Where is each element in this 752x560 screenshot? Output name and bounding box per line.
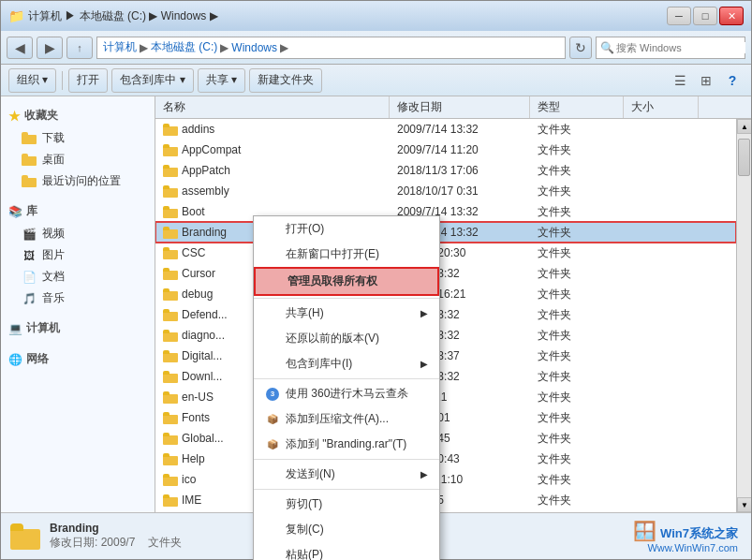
context-menu-include-library[interactable]: 包含到库中(I) ▶: [254, 351, 439, 376]
path-drive[interactable]: 本地磁盘 (C:): [151, 39, 217, 55]
context-add-rar-label: 添加到 "Branding.rar"(T): [286, 436, 406, 452]
context-send-to-label: 发送到(N): [286, 466, 335, 482]
file-type: 文件夹: [530, 163, 624, 179]
file-type: 文件夹: [530, 472, 624, 488]
column-date-header[interactable]: 修改日期: [390, 96, 530, 118]
maximize-button[interactable]: □: [693, 7, 717, 25]
context-menu-open-new-window[interactable]: 在新窗口中打开(E): [254, 242, 439, 267]
context-menu-paste[interactable]: 粘贴(P): [254, 542, 439, 560]
open-icon: [265, 222, 280, 237]
sidebar-item-documents[interactable]: 📄 文档: [1, 266, 155, 287]
table-row[interactable]: Digital... 9/7/14 13:37 文件夹: [155, 346, 736, 366]
context-menu-admin-rights[interactable]: 管理员取得所有权: [254, 267, 439, 296]
view-icon-button[interactable]: ⊞: [695, 69, 717, 92]
close-button[interactable]: ✕: [719, 7, 744, 25]
watermark: 🪟 Win7系统之家 Www.WinWin7.com: [633, 520, 742, 553]
sidebar-item-music[interactable]: 🎵 音乐: [1, 287, 155, 309]
context-menu-add-rar[interactable]: 📦 添加到 "Branding.rar"(T): [254, 432, 439, 457]
table-row[interactable]: en-US 9/6/1 4:11 文件夹: [155, 387, 736, 407]
context-menu-add-zip[interactable]: 📦 添加到压缩文件(A)...: [254, 406, 439, 432]
organize-button[interactable]: 组织 ▾: [8, 68, 56, 93]
scrollbar-thumb[interactable]: [738, 139, 750, 176]
refresh-button[interactable]: ↻: [569, 37, 592, 59]
column-size-header[interactable]: 大小: [624, 96, 699, 118]
sidebar-item-video[interactable]: 🎬 视频: [1, 223, 155, 244]
context-menu-copy[interactable]: 复制(C): [254, 517, 439, 542]
sidebar-network-header[interactable]: 🌐 网络: [1, 347, 155, 371]
table-row[interactable]: AppPatch 2018/11/3 17:06 文件夹: [155, 160, 736, 181]
file-type: 文件夹: [530, 410, 624, 426]
scrollbar[interactable]: ▲ ▼: [736, 119, 751, 512]
table-row[interactable]: Cursor 9/7/14 13:32 文件夹: [155, 263, 736, 284]
context-menu-360scan[interactable]: 3 使用 360进行木马云查杀: [254, 381, 439, 406]
table-row[interactable]: debug 8/10/16 16:21 文件夹: [155, 284, 736, 304]
sidebar-favorites-header[interactable]: ★ 收藏夹: [1, 104, 155, 127]
include-library-button[interactable]: 包含到库中 ▾: [111, 68, 193, 93]
sidebar-computer-label: 计算机: [26, 320, 60, 336]
context-menu-restore-prev[interactable]: 还原以前的版本(V): [254, 326, 439, 351]
new-folder-button[interactable]: 新建文件夹: [249, 68, 322, 93]
status-date: 修改日期: 2009/7 文件夹: [50, 535, 182, 551]
table-row-branding[interactable]: Branding 2009/7/14 13:32 文件夹: [155, 222, 736, 243]
path-sep3: ▶: [280, 41, 288, 54]
table-row[interactable]: IME 1/6 11:35 文件夹: [155, 490, 736, 510]
context-menu-send-to[interactable]: 发送到(N) ▶: [254, 462, 439, 487]
table-row[interactable]: ico 9/7/3/8 21:10 文件夹: [155, 469, 736, 490]
forward-button[interactable]: ▶: [37, 37, 63, 59]
column-type-header[interactable]: 类型: [530, 96, 624, 118]
sidebar-computer-header[interactable]: 💻 计算机: [1, 317, 155, 340]
sidebar-library-header[interactable]: 📚 库: [1, 199, 155, 223]
help-button[interactable]: ?: [721, 69, 744, 92]
restore-icon: [265, 332, 280, 346]
sidebar-item-recent[interactable]: 最近访问的位置: [1, 170, 155, 192]
column-name-header[interactable]: 名称: [155, 96, 390, 118]
view-list-button[interactable]: ☰: [669, 69, 691, 92]
context-menu-open[interactable]: 打开(O): [254, 216, 439, 242]
star-icon: ★: [8, 109, 21, 124]
context-menu-share[interactable]: 共享(H) ▶: [254, 301, 439, 326]
scroll-down-button[interactable]: ▼: [737, 497, 751, 512]
sidebar-library-section: 📚 库 🎬 视频 🖼 图片 📄 文档 🎵 音乐: [1, 199, 155, 309]
share-button[interactable]: 共享 ▾: [198, 68, 245, 93]
rar-icon: 📦: [265, 437, 280, 452]
address-path[interactable]: 计算机 ▶ 本地磁盘 (C:) ▶ Windows ▶: [96, 37, 566, 59]
file-type: 文件夹: [530, 348, 624, 364]
table-row[interactable]: Global... 4/12 22:45 文件夹: [155, 428, 736, 449]
title-bar-buttons: ─ □ ✕: [667, 7, 744, 25]
scrollbar-track[interactable]: [737, 134, 751, 497]
share-icon: [265, 306, 280, 321]
minimize-button[interactable]: ─: [667, 7, 691, 25]
status-folder-icon: [10, 523, 40, 550]
file-date: 2009/7/14 11:20: [390, 143, 530, 156]
table-row[interactable]: Downl... 9/7/14 13:32 文件夹: [155, 366, 736, 387]
path-windows[interactable]: Windows: [231, 41, 277, 54]
cut-icon: [265, 497, 280, 512]
path-computer[interactable]: 计算机: [103, 39, 137, 55]
window-title: 计算机 ▶ 本地磁盘 (C:) ▶ Windows ▶: [28, 8, 218, 24]
search-input[interactable]: [616, 42, 745, 53]
folder-icon: [22, 131, 37, 146]
table-row[interactable]: Help 8/10/17 0:43 文件夹: [155, 449, 736, 469]
context-cut-label: 剪切(T): [286, 496, 322, 512]
file-type: 文件夹: [530, 122, 624, 138]
send-to-icon: [265, 467, 280, 482]
back-button[interactable]: ◀: [7, 37, 33, 59]
library-icon: 📚: [8, 205, 22, 218]
sidebar-item-pictures[interactable]: 🖼 图片: [1, 244, 155, 266]
table-row[interactable]: addins 2009/7/14 13:32 文件夹: [155, 119, 736, 140]
sidebar-item-downloads[interactable]: 下载: [1, 127, 155, 149]
file-type: 文件夹: [530, 390, 624, 405]
table-row[interactable]: diagno... 9/7/14 13:32 文件夹: [155, 325, 736, 346]
table-row[interactable]: CSC 8/10/16 20:30 文件夹: [155, 243, 736, 263]
table-row[interactable]: Fonts 4/12 23:01 文件夹: [155, 407, 736, 428]
table-row[interactable]: Boot 2009/7/14 13:32 文件夹: [155, 201, 736, 222]
video-icon: 🎬: [22, 227, 37, 242]
up-button[interactable]: ↑: [66, 37, 93, 59]
context-menu-cut[interactable]: 剪切(T): [254, 492, 439, 517]
table-row[interactable]: Defend... 9/7/14 13:32 文件夹: [155, 304, 736, 325]
open-button[interactable]: 打开: [68, 68, 108, 93]
sidebar-item-desktop[interactable]: 桌面: [1, 149, 155, 170]
table-row[interactable]: assembly 2018/10/17 0:31 文件夹: [155, 181, 736, 201]
scroll-up-button[interactable]: ▲: [737, 119, 751, 134]
table-row[interactable]: AppCompat 2009/7/14 11:20 文件夹: [155, 140, 736, 160]
